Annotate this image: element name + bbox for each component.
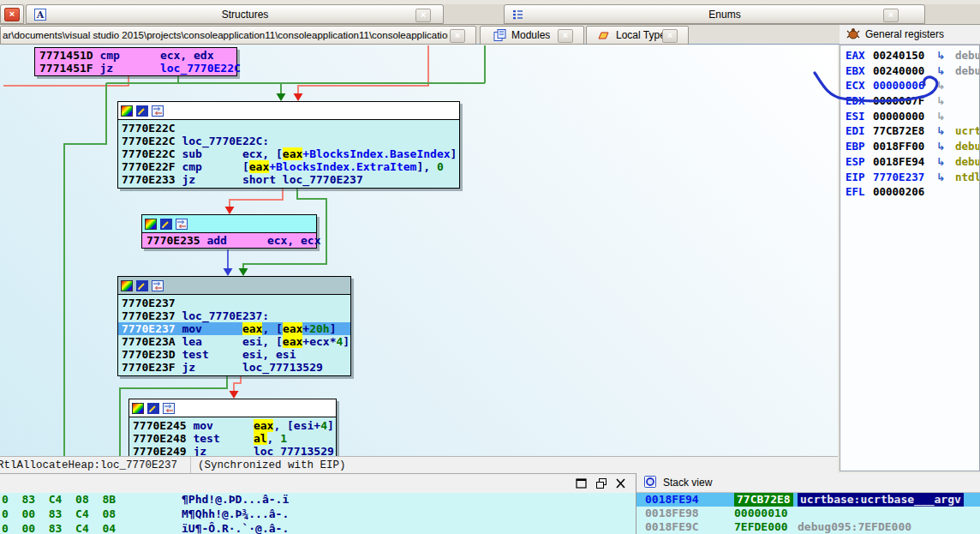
code-token: 4 — [320, 419, 327, 432]
code-line[interactable]: 7770E237 mov eax, [eax+20h] — [118, 322, 350, 335]
tab-source-file[interactable]: ar\documents\visual studio 2015\projects… — [0, 26, 476, 45]
code-line[interactable]: 7770E237 loc_7770E237: — [122, 309, 347, 322]
graph-view[interactable]: 7771451D cmp ecx, edx7771451F jz loc_777… — [0, 45, 838, 456]
register-row-ESP[interactable]: ESP0018FE94↳debug0 — [840, 155, 979, 171]
stack-view-panel: Stack view 0018FE9477CB72E8ucrtbase:ucrt… — [636, 473, 980, 534]
stack-address: 0018FE98 — [645, 507, 699, 520]
code-line[interactable]: 7770E235 add ecx, ecx — [146, 234, 312, 247]
tab-local-types[interactable]: Local Types × — [586, 26, 689, 45]
tab-label: Enums — [525, 9, 924, 21]
node-edit-icon[interactable] — [147, 403, 159, 414]
register-value: 0018FE94 — [873, 155, 924, 168]
register-annotation: ntdll_ — [955, 171, 980, 183]
code-token: 7770E235 — [146, 234, 206, 247]
maximize-button[interactable] — [576, 478, 588, 489]
hex-row[interactable]: 0 83 C4 08 8B¶Phd!@.ÞD...â-.ï — [0, 493, 636, 507]
node-7770E245[interactable]: 7770E245 mov eax, [esi+4]7770E248 test a… — [128, 399, 337, 456]
registers-panel: General registers EAX00240150↳debug0EBX0… — [840, 25, 980, 473]
code-token: , — [267, 432, 281, 445]
node-loc-7770E22C[interactable]: 7770E22C7770E22C loc_7770E22C:7770E22C s… — [117, 101, 460, 189]
node-sync-icon[interactable] — [152, 105, 164, 117]
close-icon[interactable]: × — [450, 29, 465, 43]
code-token: lea esi, [ — [182, 335, 282, 348]
register-annotation: debug0 — [955, 155, 980, 168]
register-value: 77CB72E8 — [873, 124, 924, 137]
node-color-icon[interactable] — [145, 219, 157, 230]
node-titlebar — [118, 277, 350, 295]
stack-row[interactable]: 0018FE9477CB72E8ucrtbase:ucrtbase___argv — [636, 493, 980, 507]
node-sync-icon[interactable] — [163, 403, 175, 414]
node-sync-icon[interactable] — [176, 219, 188, 230]
tab-structures[interactable]: A Structures × — [26, 4, 444, 24]
code-line[interactable]: 7771451D cmp ecx, edx — [39, 49, 232, 62]
tab-modules[interactable]: Modules × — [480, 26, 584, 45]
register-value: 7770E237 — [873, 171, 924, 183]
node-loc-7770E237[interactable]: 7770E2377770E237 loc_7770E237:7770E237 m… — [117, 276, 351, 376]
stack-rows[interactable]: 0018FE9477CB72E8ucrtbase:ucrtbase___argv… — [636, 493, 980, 534]
node-edit-icon[interactable] — [136, 280, 148, 291]
node-b4-body: 7770E245 mov eax, [esi+4]7770E248 test a… — [129, 417, 336, 456]
register-row-ECX[interactable]: ECX00000006↳ — [840, 79, 979, 94]
enums-icon — [511, 8, 525, 21]
code-token: jz — [99, 62, 159, 75]
node-color-icon[interactable] — [121, 280, 133, 291]
tab-enums[interactable]: Enums × — [504, 4, 925, 24]
code-line[interactable]: 7770E22C loc_7770E22C: — [122, 135, 456, 147]
register-value: 00000000 — [873, 110, 924, 123]
hex-row[interactable]: 0 00 83 C4 04ïU¶-Ô.R·.`·@.â-. — [0, 522, 636, 534]
stack-row[interactable]: 0018FE9C7EFDE000debug095:7EFDE000 — [636, 520, 980, 534]
stack-symbol: debug095:7EFDE000 — [798, 520, 911, 534]
tab-row-2: ar\documents\visual studio 2015\projects… — [0, 25, 980, 45]
close-icon[interactable]: × — [558, 29, 573, 43]
register-name: EIP — [846, 171, 865, 183]
code-token: +ecx* — [302, 335, 336, 348]
code-line[interactable]: 7770E22C sub ecx, [eax+BlocksIndex.BaseI… — [122, 147, 456, 160]
code-line[interactable]: 7770E233 jz short loc_7770E237 — [122, 173, 456, 186]
node-7770E235[interactable]: 7770E235 add ecx, ecx — [141, 214, 317, 249]
restore-button[interactable] — [595, 478, 607, 489]
code-token: 7770E237 — [122, 309, 182, 322]
code-line[interactable]: 7770E245 mov eax, [esi+4] — [133, 419, 332, 432]
jump-arrow-icon: ↳ — [936, 171, 945, 183]
code-line[interactable]: 7770E23D test esi, esi — [122, 348, 347, 361]
code-token: ] — [451, 147, 457, 160]
register-row-EDX[interactable]: EDX0000007F↳ — [840, 94, 979, 110]
node-sync-icon[interactable] — [152, 280, 164, 291]
register-row-EFL[interactable]: EFL00000206 — [840, 185, 979, 201]
node-edit-icon[interactable] — [136, 105, 148, 117]
code-line[interactable]: 7770E23A lea esi, [eax+ecx*4] — [122, 335, 347, 348]
stack-row[interactable]: 0018FE9800000010 — [636, 507, 980, 520]
code-line[interactable]: 7770E22C — [122, 122, 456, 135]
node-7771451D[interactable]: 7771451D cmp ecx, edx7771451F jz loc_777… — [34, 47, 237, 76]
register-row-EBP[interactable]: EBP0018FF00↳debug0 — [840, 140, 979, 155]
register-row-EDI[interactable]: EDI77CB72E8↳ucrtba — [840, 124, 979, 140]
code-token: cmp ecx, edx — [99, 49, 213, 62]
stack-view-titlebar[interactable]: Stack view — [636, 473, 980, 493]
register-row-EBX[interactable]: EBX00240000↳debug0 — [840, 64, 979, 80]
node-color-icon[interactable] — [132, 403, 144, 414]
code-line[interactable]: 7770E248 test al, 1 — [133, 432, 332, 445]
registers-body[interactable]: EAX00240150↳debug0EBX00240000↳debug0ECX0… — [840, 45, 980, 471]
stack-value: 7EFDE000 — [734, 520, 788, 534]
code-line[interactable]: 7770E22F cmp [eax+BlocksIndex.ExtraItem]… — [122, 160, 456, 173]
close-button[interactable] — [615, 478, 627, 489]
node-color-icon[interactable] — [121, 105, 133, 117]
tab-cut[interactable]: × — [0, 4, 24, 24]
registers-titlebar[interactable]: General registers — [840, 25, 980, 45]
hex-dump[interactable]: 0 83 C4 08 8B¶Phd!@.ÞD...â-.ï0 00 83 C4 … — [0, 493, 636, 534]
hex-row[interactable]: 0 00 83 C4 08M¶Qhh!@.Þ¾...â-. — [0, 507, 636, 522]
close-icon[interactable]: × — [4, 8, 20, 21]
code-token: 7770E22F — [122, 160, 182, 173]
code-line[interactable]: 7770E249 jz loc_77713529 — [133, 445, 332, 456]
code-line[interactable]: 7770E237 — [122, 297, 347, 309]
close-icon[interactable]: × — [662, 29, 678, 43]
close-icon[interactable]: × — [415, 9, 431, 22]
register-row-ESI[interactable]: ESI00000000↳ — [840, 110, 979, 125]
code-line[interactable]: 7771451F jz loc_7770E22C — [39, 62, 232, 75]
close-icon[interactable]: × — [883, 9, 899, 22]
node-edit-icon[interactable] — [160, 219, 172, 230]
code-line[interactable]: 7770E23F jz loc_77713529 — [122, 361, 347, 374]
code-token: eax — [242, 322, 262, 335]
register-row-EAX[interactable]: EAX00240150↳debug0 — [840, 49, 979, 64]
register-row-EIP[interactable]: EIP7770E237↳ntdll_ — [840, 171, 979, 186]
